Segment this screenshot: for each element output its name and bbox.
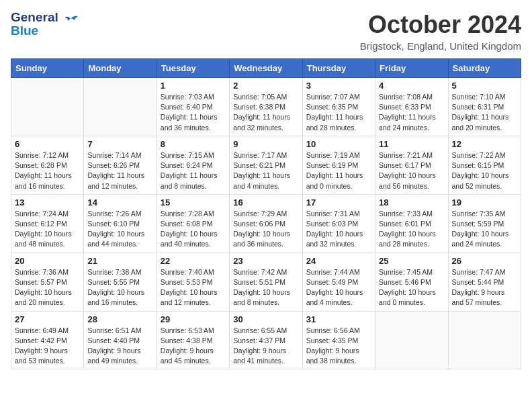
day-info: Sunrise: 7:05 AM Sunset: 6:38 PM Dayligh… [233, 92, 298, 133]
logo-general: General [11, 11, 58, 24]
day-header-wednesday: Wednesday [230, 59, 302, 78]
day-cell: 24Sunrise: 7:44 AM Sunset: 5:49 PM Dayli… [302, 253, 375, 311]
day-cell: 30Sunrise: 6:55 AM Sunset: 4:37 PM Dayli… [230, 311, 302, 369]
day-number: 19 [452, 197, 517, 208]
title-section: October 2024 Brigstock, England, United … [360, 11, 521, 52]
day-cell: 6Sunrise: 7:12 AM Sunset: 6:28 PM Daylig… [11, 136, 84, 194]
week-row-1: 1Sunrise: 7:03 AM Sunset: 6:40 PM Daylig… [11, 78, 521, 136]
day-number: 7 [87, 139, 152, 149]
logo-blue: Blue [11, 24, 58, 38]
day-header-monday: Monday [84, 59, 157, 78]
week-row-2: 6Sunrise: 7:12 AM Sunset: 6:28 PM Daylig… [11, 136, 521, 194]
day-number: 10 [306, 139, 371, 149]
location: Brigstock, England, United Kingdom [360, 40, 521, 52]
day-cell: 26Sunrise: 7:47 AM Sunset: 5:44 PM Dayli… [448, 253, 521, 311]
day-cell [84, 78, 157, 136]
day-cell [448, 311, 521, 369]
day-info: Sunrise: 7:47 AM Sunset: 5:44 PM Dayligh… [452, 267, 517, 308]
day-info: Sunrise: 7:17 AM Sunset: 6:21 PM Dayligh… [233, 150, 298, 191]
day-info: Sunrise: 7:10 AM Sunset: 6:31 PM Dayligh… [452, 92, 517, 133]
week-row-3: 13Sunrise: 7:24 AM Sunset: 6:12 PM Dayli… [11, 194, 521, 253]
day-cell: 3Sunrise: 7:07 AM Sunset: 6:35 PM Daylig… [302, 78, 375, 136]
day-info: Sunrise: 7:40 AM Sunset: 5:53 PM Dayligh… [161, 267, 226, 308]
day-cell: 1Sunrise: 7:03 AM Sunset: 6:40 PM Daylig… [157, 78, 229, 136]
day-info: Sunrise: 7:21 AM Sunset: 6:17 PM Dayligh… [379, 150, 444, 191]
day-number: 3 [306, 81, 371, 91]
day-number: 13 [15, 197, 80, 208]
day-cell: 13Sunrise: 7:24 AM Sunset: 6:12 PM Dayli… [11, 194, 84, 253]
day-number: 23 [233, 256, 298, 266]
day-info: Sunrise: 6:53 AM Sunset: 4:38 PM Dayligh… [161, 326, 226, 367]
day-number: 18 [379, 197, 444, 208]
day-cell: 5Sunrise: 7:10 AM Sunset: 6:31 PM Daylig… [448, 78, 521, 136]
day-cell: 18Sunrise: 7:33 AM Sunset: 6:01 PM Dayli… [375, 194, 448, 253]
day-cell: 15Sunrise: 7:28 AM Sunset: 6:08 PM Dayli… [157, 194, 229, 253]
day-number: 21 [87, 256, 152, 266]
day-info: Sunrise: 6:55 AM Sunset: 4:37 PM Dayligh… [233, 326, 298, 367]
day-info: Sunrise: 7:44 AM Sunset: 5:49 PM Dayligh… [306, 267, 371, 308]
day-cell: 25Sunrise: 7:45 AM Sunset: 5:46 PM Dayli… [375, 253, 448, 311]
day-info: Sunrise: 7:22 AM Sunset: 6:15 PM Dayligh… [452, 150, 517, 191]
day-number: 25 [379, 256, 444, 266]
day-cell [375, 311, 448, 369]
day-number: 2 [233, 81, 298, 91]
day-info: Sunrise: 7:28 AM Sunset: 6:08 PM Dayligh… [161, 209, 226, 250]
day-info: Sunrise: 7:38 AM Sunset: 5:55 PM Dayligh… [87, 267, 152, 308]
week-row-5: 27Sunrise: 6:49 AM Sunset: 4:42 PM Dayli… [11, 311, 521, 369]
day-header-row: SundayMondayTuesdayWednesdayThursdayFrid… [11, 59, 521, 78]
day-info: Sunrise: 7:12 AM Sunset: 6:28 PM Dayligh… [15, 150, 80, 191]
day-header-thursday: Thursday [302, 59, 375, 78]
day-cell: 31Sunrise: 6:56 AM Sunset: 4:35 PM Dayli… [302, 311, 375, 369]
day-info: Sunrise: 7:29 AM Sunset: 6:06 PM Dayligh… [233, 209, 298, 250]
day-cell: 19Sunrise: 7:35 AM Sunset: 5:59 PM Dayli… [448, 194, 521, 253]
day-info: Sunrise: 7:08 AM Sunset: 6:33 PM Dayligh… [379, 92, 444, 133]
day-number: 11 [379, 139, 444, 149]
day-number: 28 [87, 314, 152, 324]
day-info: Sunrise: 7:33 AM Sunset: 6:01 PM Dayligh… [379, 209, 444, 250]
day-cell: 20Sunrise: 7:36 AM Sunset: 5:57 PM Dayli… [11, 253, 84, 311]
day-header-saturday: Saturday [448, 59, 521, 78]
day-info: Sunrise: 7:24 AM Sunset: 6:12 PM Dayligh… [15, 209, 80, 250]
logo-bird-icon [61, 11, 80, 30]
day-number: 12 [452, 139, 517, 149]
day-info: Sunrise: 6:51 AM Sunset: 4:40 PM Dayligh… [87, 326, 152, 367]
day-header-sunday: Sunday [11, 59, 84, 78]
day-number: 30 [233, 314, 298, 324]
day-cell: 14Sunrise: 7:26 AM Sunset: 6:10 PM Dayli… [84, 194, 157, 253]
day-cell: 8Sunrise: 7:15 AM Sunset: 6:24 PM Daylig… [157, 136, 229, 194]
day-info: Sunrise: 7:14 AM Sunset: 6:26 PM Dayligh… [87, 150, 152, 191]
day-cell: 16Sunrise: 7:29 AM Sunset: 6:06 PM Dayli… [230, 194, 302, 253]
day-info: Sunrise: 7:26 AM Sunset: 6:10 PM Dayligh… [87, 209, 152, 250]
day-cell: 12Sunrise: 7:22 AM Sunset: 6:15 PM Dayli… [448, 136, 521, 194]
day-info: Sunrise: 7:31 AM Sunset: 6:03 PM Dayligh… [306, 209, 371, 250]
day-info: Sunrise: 7:42 AM Sunset: 5:51 PM Dayligh… [233, 267, 298, 308]
header: General Blue October 2024 Brigstock, Eng… [11, 11, 521, 52]
day-number: 22 [161, 256, 226, 266]
day-cell: 23Sunrise: 7:42 AM Sunset: 5:51 PM Dayli… [230, 253, 302, 311]
day-number: 5 [452, 81, 517, 91]
day-info: Sunrise: 7:15 AM Sunset: 6:24 PM Dayligh… [161, 150, 226, 191]
day-number: 4 [379, 81, 444, 91]
day-number: 1 [161, 81, 226, 91]
day-number: 6 [15, 139, 80, 149]
page: General Blue October 2024 Brigstock, Eng… [0, 0, 532, 411]
day-number: 26 [452, 256, 517, 266]
day-info: Sunrise: 7:36 AM Sunset: 5:57 PM Dayligh… [15, 267, 80, 308]
day-info: Sunrise: 7:45 AM Sunset: 5:46 PM Dayligh… [379, 267, 444, 308]
day-header-friday: Friday [375, 59, 448, 78]
day-number: 15 [161, 197, 226, 208]
day-cell: 4Sunrise: 7:08 AM Sunset: 6:33 PM Daylig… [375, 78, 448, 136]
day-info: Sunrise: 7:19 AM Sunset: 6:19 PM Dayligh… [306, 150, 371, 191]
week-row-4: 20Sunrise: 7:36 AM Sunset: 5:57 PM Dayli… [11, 253, 521, 311]
day-cell: 10Sunrise: 7:19 AM Sunset: 6:19 PM Dayli… [302, 136, 375, 194]
day-cell: 28Sunrise: 6:51 AM Sunset: 4:40 PM Dayli… [84, 311, 157, 369]
day-cell: 2Sunrise: 7:05 AM Sunset: 6:38 PM Daylig… [230, 78, 302, 136]
day-number: 9 [233, 139, 298, 149]
day-info: Sunrise: 6:49 AM Sunset: 4:42 PM Dayligh… [15, 326, 80, 367]
day-info: Sunrise: 6:56 AM Sunset: 4:35 PM Dayligh… [306, 326, 371, 367]
day-number: 20 [15, 256, 80, 266]
day-number: 27 [15, 314, 80, 324]
day-cell: 9Sunrise: 7:17 AM Sunset: 6:21 PM Daylig… [230, 136, 302, 194]
day-number: 17 [306, 197, 371, 208]
calendar-table: SundayMondayTuesdayWednesdayThursdayFrid… [11, 58, 521, 369]
